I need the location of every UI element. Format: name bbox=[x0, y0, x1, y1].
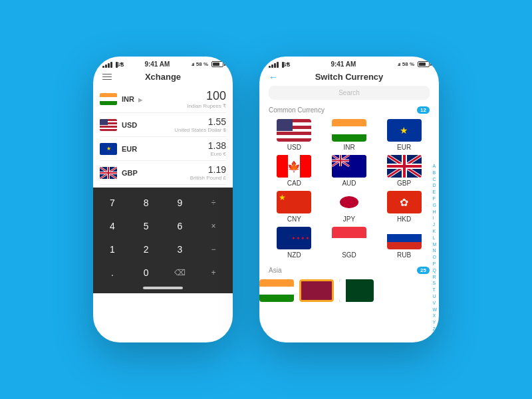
code-grid-cad: CAD bbox=[287, 180, 301, 187]
svg-rect-18 bbox=[332, 160, 349, 162]
flag-grid-rub bbox=[387, 227, 422, 249]
flag-grid-eur: ★ bbox=[387, 119, 422, 142]
alpha-x[interactable]: X bbox=[432, 313, 437, 319]
amount-inr: 100 bbox=[187, 89, 226, 103]
flag-grid-nzd: ✦✦✦✦ bbox=[277, 227, 311, 249]
name-usd: United States Dollar $ bbox=[174, 127, 226, 133]
alpha-w[interactable]: W bbox=[432, 307, 437, 313]
asia-flag-lk[interactable] bbox=[299, 279, 334, 302]
alpha-n[interactable]: N bbox=[432, 247, 437, 254]
flag-grid-aud bbox=[332, 155, 366, 178]
key-add[interactable]: + bbox=[197, 261, 230, 284]
currency-grid: USD INR ★ EUR 🍁 CAD AUD bbox=[259, 116, 439, 261]
bt-icon-left: ⅎ bbox=[192, 61, 194, 67]
key-8[interactable]: 8 bbox=[130, 192, 163, 214]
cell-gbp[interactable]: GBP bbox=[378, 155, 430, 187]
cell-eur[interactable]: ★ EUR bbox=[378, 119, 430, 151]
currency-row-gbp[interactable]: GBP 1.19 British Pound £ bbox=[100, 161, 226, 185]
alpha-j[interactable]: J bbox=[432, 221, 437, 228]
flag-gbp bbox=[100, 167, 117, 179]
key-9[interactable]: 9 bbox=[164, 192, 197, 214]
key-del[interactable]: ⌫ bbox=[164, 261, 197, 284]
alpha-i[interactable]: I bbox=[432, 215, 437, 221]
alpha-p[interactable]: P bbox=[432, 261, 437, 267]
alpha-a[interactable]: A bbox=[432, 163, 437, 170]
key-5[interactable]: 5 bbox=[130, 215, 163, 237]
alpha-q[interactable]: Q bbox=[432, 267, 437, 274]
cell-hkd[interactable]: ✿ HKD bbox=[378, 191, 430, 223]
carrier-right: GS bbox=[282, 62, 284, 68]
key-0[interactable]: 0 bbox=[130, 261, 163, 284]
key-6[interactable]: 6 bbox=[164, 215, 197, 237]
flag-grid-inr bbox=[332, 119, 366, 142]
currency-row-usd[interactable]: USD 1.55 United States Dollar $ bbox=[100, 113, 226, 137]
flag-grid-jpy bbox=[332, 191, 366, 213]
time-left: 9:41 AM bbox=[144, 61, 170, 68]
search-bar[interactable]: Search bbox=[269, 86, 430, 100]
key-div[interactable]: ÷ bbox=[197, 192, 230, 214]
flag-grid-hkd: ✿ bbox=[387, 191, 422, 213]
section-title-asia: Asia bbox=[269, 267, 281, 274]
cell-cad[interactable]: 🍁 CAD bbox=[269, 155, 320, 187]
flag-inr bbox=[100, 93, 117, 105]
alpha-v[interactable]: V bbox=[432, 300, 437, 307]
key-3[interactable]: 3 bbox=[164, 238, 197, 261]
alpha-h[interactable]: H bbox=[432, 209, 437, 215]
code-gbp: GBP bbox=[122, 169, 190, 177]
code-grid-gbp: GBP bbox=[397, 180, 411, 187]
alpha-m[interactable]: M bbox=[432, 241, 437, 248]
alpha-g[interactable]: G bbox=[432, 202, 437, 209]
cell-aud[interactable]: AUD bbox=[324, 155, 375, 187]
code-grid-hkd: HKD bbox=[397, 215, 411, 223]
name-inr: Indian Rupees ₹ bbox=[187, 103, 226, 109]
key-1[interactable]: 1 bbox=[96, 238, 129, 261]
alpha-o[interactable]: O bbox=[432, 254, 437, 261]
cell-cny[interactable]: ★ CNY bbox=[269, 191, 320, 223]
cell-usd[interactable]: USD bbox=[269, 119, 320, 151]
alpha-l[interactable]: L bbox=[432, 235, 437, 241]
battery-area-right: ⅎ 58 % bbox=[398, 61, 430, 67]
cell-rub[interactable]: RUB bbox=[378, 227, 430, 259]
key-sub[interactable]: − bbox=[197, 238, 230, 261]
svg-rect-27 bbox=[387, 165, 422, 168]
asia-flag-in[interactable] bbox=[259, 279, 294, 302]
alpha-y[interactable]: Y bbox=[432, 319, 437, 326]
key-dot[interactable]: . bbox=[96, 261, 129, 284]
cell-inr[interactable]: INR bbox=[324, 119, 375, 151]
key-2[interactable]: 2 bbox=[130, 238, 163, 261]
asia-flag-pk[interactable] bbox=[339, 279, 374, 302]
cell-sgd[interactable]: SGD bbox=[324, 227, 375, 259]
currency-list: INR ▶ 100 Indian Rupees ₹ USD 1.55 Unite… bbox=[93, 86, 233, 185]
cell-jpy[interactable]: JPY bbox=[324, 191, 375, 223]
alpha-s[interactable]: S bbox=[432, 280, 437, 287]
alpha-f[interactable]: F bbox=[432, 196, 437, 202]
alpha-e[interactable]: E bbox=[432, 189, 437, 196]
svg-rect-8 bbox=[100, 172, 117, 174]
key-4[interactable]: 4 bbox=[96, 215, 129, 237]
bt-icon-right: ⅎ bbox=[398, 61, 400, 67]
key-mul[interactable]: × bbox=[197, 215, 230, 237]
right-phone: GS ⌖ 9:41 AM ⅎ 58 % ← Switch Currency Se… bbox=[259, 57, 439, 342]
alpha-d[interactable]: D bbox=[432, 182, 437, 189]
currency-row-inr[interactable]: INR ▶ 100 Indian Rupees ₹ bbox=[100, 86, 226, 113]
hamburger-menu[interactable] bbox=[102, 74, 112, 80]
battery-area-left: ⅎ 58 % bbox=[192, 61, 223, 67]
numpad-grid: 7 8 9 ÷ 4 5 6 × 1 2 3 − . 0 ⌫ + bbox=[96, 192, 230, 284]
code-grid-rub: RUB bbox=[397, 251, 411, 259]
alpha-k[interactable]: K bbox=[432, 228, 437, 235]
section-title-common: Common Currency bbox=[269, 106, 325, 114]
alpha-z[interactable]: Z bbox=[432, 326, 437, 332]
home-indicator-left bbox=[143, 287, 183, 289]
flag-usd bbox=[100, 119, 117, 131]
key-7[interactable]: 7 bbox=[96, 192, 129, 214]
code-eur: EUR bbox=[122, 145, 208, 153]
alpha-t[interactable]: T bbox=[432, 287, 437, 293]
alpha-u[interactable]: U bbox=[432, 293, 437, 300]
cell-nzd[interactable]: ✦✦✦✦ NZD bbox=[269, 227, 320, 259]
alpha-r[interactable]: R bbox=[432, 274, 437, 281]
alpha-c[interactable]: C bbox=[432, 176, 437, 183]
amount-usd: 1.55 bbox=[174, 116, 226, 127]
currency-row-eur[interactable]: ★ EUR 1.38 Euro € bbox=[100, 137, 226, 161]
back-button[interactable]: ← bbox=[269, 72, 278, 82]
alpha-b[interactable]: B bbox=[432, 170, 437, 176]
